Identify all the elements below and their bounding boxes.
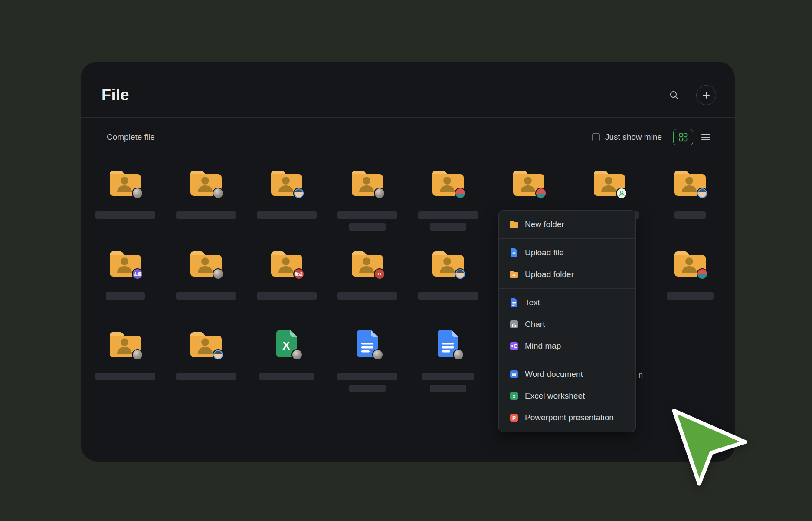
boy-avatar-badge bbox=[213, 349, 224, 360]
file-name-skeleton bbox=[259, 373, 314, 380]
file-item[interactable]: 世超 bbox=[246, 249, 327, 330]
excel-icon bbox=[509, 391, 519, 401]
file-name-skeleton bbox=[176, 373, 236, 380]
filter-bar: Complete file Just show mine bbox=[107, 127, 713, 148]
file-item[interactable] bbox=[408, 330, 488, 410]
cat-avatar-badge bbox=[213, 268, 224, 280]
menu-item-label: Upload file bbox=[525, 248, 564, 257]
mind-map-icon bbox=[509, 341, 519, 351]
file-item[interactable] bbox=[650, 249, 730, 330]
boy-avatar-badge bbox=[455, 268, 466, 280]
file-name-skeleton bbox=[430, 385, 466, 392]
file-item[interactable] bbox=[166, 330, 246, 410]
boy-avatar-badge bbox=[293, 188, 304, 199]
menu-item-new-folder[interactable]: New folder bbox=[499, 214, 635, 235]
initials-avatar-badge: 世超 bbox=[293, 268, 304, 280]
menu-item-excel-worksheet[interactable]: Excel worksheet bbox=[499, 385, 635, 407]
list-view-button[interactable] bbox=[698, 130, 713, 145]
initials-avatar-badge: LI bbox=[374, 268, 385, 280]
file-item[interactable] bbox=[166, 168, 246, 249]
file-name-skeleton bbox=[337, 292, 397, 300]
cat-avatar-badge bbox=[132, 349, 143, 360]
grid-view-button[interactable] bbox=[673, 129, 693, 145]
menu-item-upload-file[interactable]: Upload file bbox=[499, 242, 635, 264]
add-button[interactable] bbox=[696, 85, 716, 105]
file-item[interactable] bbox=[85, 168, 166, 249]
menu-item-label: Text bbox=[525, 298, 540, 307]
just-show-mine-label[interactable]: Just show mine bbox=[605, 132, 662, 142]
chart-file-icon bbox=[509, 320, 519, 329]
menu-item-label: Chart bbox=[525, 320, 545, 329]
girl-avatar-badge bbox=[535, 188, 547, 199]
file-name-skeleton bbox=[422, 373, 474, 380]
file-name-skeleton bbox=[430, 223, 466, 231]
file-item[interactable] bbox=[246, 330, 327, 410]
menu-item-powerpoint-presentation[interactable]: Powerpoint presentation bbox=[499, 407, 635, 429]
menu-item-label: Upload folder bbox=[525, 270, 574, 279]
file-name-skeleton bbox=[349, 385, 386, 392]
file-item[interactable] bbox=[327, 330, 408, 410]
menu-item-word-document[interactable]: Word document bbox=[499, 363, 635, 385]
file-name-skeleton bbox=[95, 211, 155, 219]
file-item[interactable] bbox=[650, 168, 730, 249]
text-file-icon bbox=[509, 298, 519, 307]
partial-file-label: n bbox=[638, 371, 643, 380]
new-folder-icon bbox=[509, 220, 519, 229]
girl-avatar-badge bbox=[697, 268, 708, 280]
word-icon bbox=[509, 369, 519, 379]
file-name-skeleton bbox=[667, 292, 714, 300]
cat-avatar-badge bbox=[374, 188, 385, 199]
window-header: File bbox=[102, 82, 716, 109]
file-item[interactable]: 志程 bbox=[85, 249, 166, 330]
search-button[interactable] bbox=[664, 85, 684, 105]
file-item[interactable] bbox=[327, 168, 408, 249]
menu-item-text[interactable]: Text bbox=[499, 292, 635, 313]
file-name-skeleton bbox=[418, 211, 478, 219]
member-avatar-badge bbox=[616, 188, 627, 199]
section-label: Complete file bbox=[107, 132, 155, 142]
initials-avatar-badge: 志程 bbox=[132, 268, 143, 280]
empty-cell bbox=[650, 330, 730, 410]
upload-folder-icon bbox=[509, 270, 519, 279]
cat-avatar-badge bbox=[213, 188, 224, 199]
grid-view-icon bbox=[679, 133, 688, 142]
menu-item-label: Mind map bbox=[525, 341, 561, 351]
file-item[interactable] bbox=[166, 249, 246, 330]
file-name-skeleton bbox=[674, 211, 706, 219]
file-name-skeleton bbox=[176, 292, 236, 300]
file-manager-window: File Complete file Just show mine bbox=[81, 62, 735, 462]
just-show-mine-checkbox[interactable] bbox=[592, 133, 600, 141]
plus-icon bbox=[702, 91, 710, 99]
file-name-skeleton bbox=[106, 292, 145, 300]
file-item[interactable] bbox=[246, 168, 327, 249]
menu-item-label: Word document bbox=[525, 369, 583, 379]
cat-avatar-badge bbox=[291, 349, 303, 360]
powerpoint-icon bbox=[509, 413, 519, 422]
file-name-skeleton bbox=[176, 211, 236, 219]
file-item[interactable] bbox=[408, 168, 488, 249]
person-icon bbox=[618, 190, 625, 197]
menu-divider bbox=[499, 288, 635, 289]
menu-item-upload-folder[interactable]: Upload folder bbox=[499, 264, 635, 285]
cat-avatar-badge bbox=[453, 349, 464, 360]
list-view-icon bbox=[701, 133, 710, 142]
file-item[interactable] bbox=[408, 249, 488, 330]
menu-divider bbox=[499, 238, 635, 239]
cursor-arrow bbox=[668, 407, 755, 494]
menu-item-mind-map[interactable]: Mind map bbox=[499, 335, 635, 357]
menu-item-chart[interactable]: Chart bbox=[499, 313, 635, 335]
file-item[interactable]: LI bbox=[327, 249, 408, 330]
file-name-skeleton bbox=[95, 373, 155, 380]
header-divider bbox=[81, 117, 735, 118]
create-context-menu: New folder Upload file Upload folder Tex… bbox=[498, 210, 636, 432]
menu-divider bbox=[499, 360, 635, 360]
cat-avatar-badge bbox=[372, 349, 383, 360]
file-name-skeleton bbox=[418, 292, 478, 300]
file-name-skeleton bbox=[349, 223, 386, 231]
file-item[interactable] bbox=[85, 330, 166, 410]
menu-item-label: Excel worksheet bbox=[525, 391, 585, 401]
upload-file-icon bbox=[509, 248, 519, 257]
menu-item-label: New folder bbox=[525, 220, 564, 229]
page-title: File bbox=[102, 86, 129, 104]
girl-avatar-badge bbox=[455, 188, 466, 199]
